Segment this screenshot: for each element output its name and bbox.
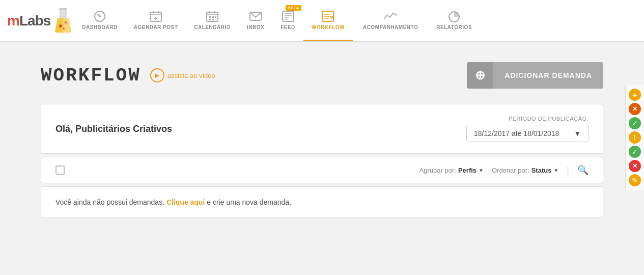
agendar-icon bbox=[149, 10, 162, 22]
order-by-chevron-icon: ▼ bbox=[553, 168, 558, 173]
nav-label-acompanhamento: ACOMPANHAMENTO bbox=[363, 24, 418, 30]
right-sidebar: + ✕ ✓ ! ✓ ✕ ✎ bbox=[625, 85, 644, 190]
dashboard-icon bbox=[93, 10, 107, 22]
order-by-value: Status bbox=[531, 167, 552, 174]
empty-state-text-before: Você ainda não possui demandas. bbox=[55, 198, 164, 206]
logo-text: mLabs bbox=[7, 13, 50, 29]
svg-rect-19 bbox=[209, 16, 211, 18]
nav-label-feed: FEED bbox=[281, 24, 295, 30]
empty-state-link[interactable]: Clique aqui bbox=[166, 198, 205, 206]
empty-state-text-after: e crie uma nova demanda. bbox=[207, 198, 291, 206]
sidebar-icon-check-2[interactable]: ✓ bbox=[629, 146, 641, 158]
nav-label-agendar: AGENDAR POST bbox=[134, 24, 178, 30]
period-dropdown[interactable]: 18/12/2017 até 18/01/2018 ▼ bbox=[466, 125, 589, 142]
nav-item-relatorios[interactable]: RELATÓRIOS bbox=[428, 0, 480, 41]
nav-item-workflow[interactable]: WORKFLOW bbox=[303, 0, 353, 41]
nav-item-dashboard[interactable]: DASHBOARD bbox=[74, 0, 126, 41]
main-content: WORKFLOW ▶ assista ao vídeo ⊕ ADICIONAR … bbox=[0, 42, 644, 228]
page-header: WORKFLOW ▶ assista ao vídeo ⊕ ADICIONAR … bbox=[41, 62, 603, 89]
nav-item-feed[interactable]: BETA FEED bbox=[272, 0, 303, 41]
nav-item-agendar[interactable]: AGENDAR POST bbox=[126, 0, 186, 41]
top-navigation: mLabs DASHBOARD bbox=[0, 0, 644, 42]
watch-video-link[interactable]: ▶ assista ao vídeo bbox=[150, 68, 215, 82]
svg-rect-21 bbox=[215, 16, 216, 18]
filter-divider: | bbox=[567, 165, 569, 176]
card-greeting: Olá, Publicitários Criativos bbox=[55, 124, 172, 134]
search-icon[interactable]: 🔍 bbox=[577, 164, 589, 176]
nav-label-dashboard: DASHBOARD bbox=[82, 24, 118, 30]
play-button-icon: ▶ bbox=[150, 68, 164, 82]
period-section: PERÍODO DE PUBLICAÇÃO: 18/12/2017 até 18… bbox=[466, 116, 589, 142]
period-label: PERÍODO DE PUBLICAÇÃO: bbox=[509, 116, 589, 122]
svg-point-3 bbox=[63, 28, 65, 30]
sidebar-icon-edit[interactable]: ✎ bbox=[629, 174, 641, 186]
svg-rect-0 bbox=[60, 9, 66, 18]
group-by-filter[interactable]: Agrupar por: Perfis ▼ bbox=[419, 167, 484, 174]
svg-rect-23 bbox=[212, 19, 214, 20]
nav-item-inbox[interactable]: INBOX bbox=[239, 0, 272, 41]
acompanhamento-icon bbox=[383, 10, 398, 22]
chevron-down-icon: ▼ bbox=[574, 129, 581, 138]
group-by-chevron-icon: ▼ bbox=[479, 168, 484, 173]
sidebar-icon-error[interactable]: ✕ bbox=[629, 160, 641, 172]
add-demand-label: ADICIONAR DEMANDA bbox=[493, 71, 603, 79]
logo-flask-icon bbox=[52, 8, 74, 34]
nav-label-calendario: CALENDÁRIO bbox=[194, 24, 231, 30]
nav-label-workflow: WORKFLOW bbox=[312, 24, 345, 30]
nav-label-inbox: INBOX bbox=[247, 24, 264, 30]
sidebar-icon-remove[interactable]: ✕ bbox=[629, 103, 641, 115]
order-by-filter[interactable]: Ordenar por: Status ▼ bbox=[492, 167, 558, 174]
logo-area[interactable]: mLabs bbox=[7, 8, 74, 34]
svg-rect-20 bbox=[212, 16, 214, 18]
nav-label-relatorios: RELATÓRIOS bbox=[436, 24, 472, 30]
relatorios-icon bbox=[447, 10, 461, 22]
add-demand-button[interactable]: ⊕ ADICIONAR DEMANDA bbox=[467, 62, 603, 89]
svg-rect-22 bbox=[209, 19, 211, 20]
watch-video-label: assista ao vídeo bbox=[167, 72, 215, 79]
svg-line-34 bbox=[330, 18, 330, 19]
page-title: WORKFLOW bbox=[41, 65, 141, 86]
page-title-area: WORKFLOW ▶ assista ao vídeo bbox=[41, 65, 215, 86]
feed-icon bbox=[282, 10, 295, 22]
workflow-icon bbox=[321, 10, 334, 22]
plus-circle-icon: ⊕ bbox=[467, 62, 493, 89]
sidebar-icon-add[interactable]: + bbox=[629, 89, 641, 101]
order-by-label: Ordenar por: bbox=[492, 167, 529, 174]
nav-item-acompanhamento[interactable]: ACOMPANHAMENTO bbox=[353, 0, 428, 41]
nav-item-calendario[interactable]: CALENDÁRIO bbox=[186, 0, 239, 41]
select-all-checkbox[interactable] bbox=[55, 166, 65, 175]
sidebar-icon-check-1[interactable]: ✓ bbox=[629, 117, 641, 129]
svg-rect-25 bbox=[283, 11, 294, 21]
card-header: Olá, Publicitários Criativos PERÍODO DE … bbox=[41, 104, 603, 153]
filter-bar: Agrupar por: Perfis ▼ Ordenar por: Statu… bbox=[41, 157, 603, 183]
workflow-card: Olá, Publicitários Criativos PERÍODO DE … bbox=[41, 104, 603, 154]
group-by-label: Agrupar por: bbox=[419, 167, 456, 174]
empty-state: Você ainda não possui demandas. Clique a… bbox=[41, 186, 603, 218]
group-by-value: Perfis bbox=[458, 167, 477, 174]
inbox-icon bbox=[249, 10, 262, 22]
svg-rect-4 bbox=[59, 8, 67, 10]
svg-point-2 bbox=[65, 21, 67, 23]
nav-items: DASHBOARD AGENDAR POST bbox=[74, 0, 637, 41]
svg-point-1 bbox=[59, 24, 62, 28]
sidebar-icon-warning[interactable]: ! bbox=[629, 131, 641, 144]
filter-right: Agrupar por: Perfis ▼ Ordenar por: Statu… bbox=[419, 164, 589, 176]
svg-point-6 bbox=[99, 15, 101, 17]
period-value: 18/12/2017 até 18/01/2018 bbox=[474, 129, 559, 138]
calendario-icon bbox=[206, 10, 219, 22]
beta-badge: BETA bbox=[286, 5, 301, 11]
